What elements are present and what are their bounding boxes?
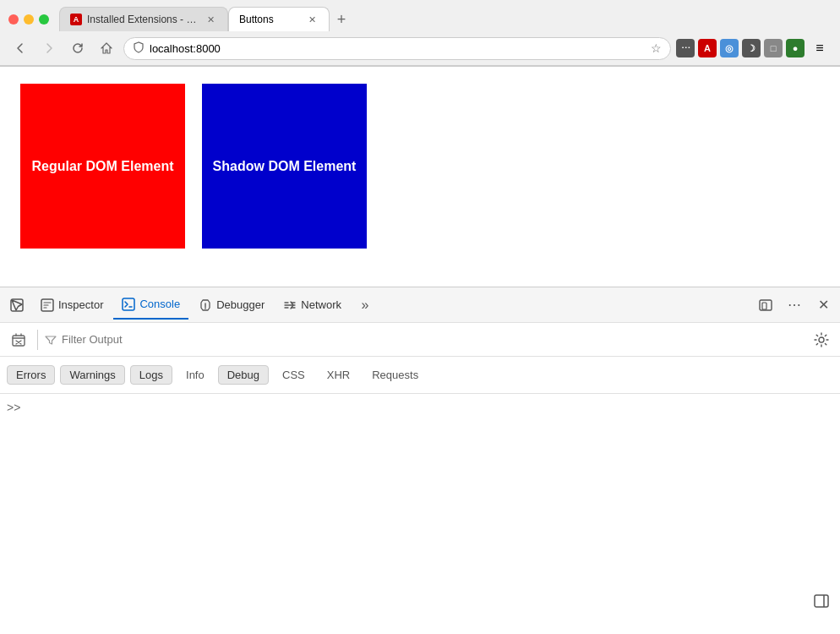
filter-chip-warnings[interactable]: Warnings — [60, 365, 124, 385]
tab-title-1: Installed Extensions - Data Colle — [87, 14, 199, 25]
window-controls — [8, 14, 49, 25]
console-tab-label: Console — [139, 298, 180, 310]
filter-chip-xhr[interactable]: XHR — [319, 366, 358, 384]
console-settings-button[interactable] — [810, 328, 833, 352]
svg-rect-4 — [762, 303, 766, 309]
reload-button[interactable] — [66, 36, 90, 60]
sidebar-toggle-button[interactable] — [810, 589, 833, 613]
svg-rect-3 — [760, 300, 772, 310]
console-tab[interactable]: Console — [113, 291, 188, 320]
filter-chip-errors[interactable]: Errors — [7, 365, 55, 385]
nav-right-icons: ⋯ A ◎ ☽ □ ● ≡ — [676, 36, 832, 60]
svg-rect-5 — [13, 336, 25, 346]
devtools-panel: Inspector Console Debugger Network — [0, 287, 840, 616]
regular-dom-box: Regular DOM Element — [20, 84, 185, 249]
nav-bar: ☆ ⋯ A ◎ ☽ □ ● ≡ — [0, 31, 840, 66]
back-button[interactable] — [8, 36, 32, 60]
network-tab[interactable]: Network — [275, 292, 350, 319]
filter-chip-css[interactable]: CSS — [274, 366, 314, 384]
home-button[interactable] — [95, 36, 118, 60]
close-window-button[interactable] — [8, 14, 19, 25]
extension-icon-adobe[interactable]: A — [698, 39, 717, 57]
new-tab-button[interactable]: + — [330, 8, 353, 31]
minimize-window-button[interactable] — [24, 14, 34, 25]
filter-clear-button[interactable] — [7, 328, 30, 352]
devtools-close-button[interactable]: ✕ — [810, 292, 837, 319]
address-input[interactable] — [150, 42, 646, 55]
console-prompt[interactable]: >> — [7, 401, 20, 414]
regular-dom-label: Regular DOM Element — [31, 159, 173, 174]
forward-button[interactable] — [37, 36, 61, 60]
address-bar-container: ☆ — [123, 37, 671, 60]
extension-icon-6[interactable]: ● — [786, 39, 805, 57]
extension-icon-5[interactable]: □ — [764, 39, 783, 57]
network-tab-label: Network — [301, 298, 341, 311]
bookmark-icon[interactable]: ☆ — [651, 41, 662, 55]
tab-buttons[interactable]: Buttons ✕ — [228, 7, 330, 31]
more-options-button[interactable]: ≡ — [808, 36, 832, 60]
inspector-tab[interactable]: Inspector — [32, 292, 112, 319]
tab-installed-extensions[interactable]: A Installed Extensions - Data Colle ✕ — [59, 7, 228, 31]
devtools-bottom-bar — [0, 586, 840, 616]
extension-icon-4[interactable]: ☽ — [742, 39, 761, 57]
shield-icon — [133, 41, 145, 56]
more-tools-button[interactable]: » — [352, 292, 379, 319]
extension-icon-1[interactable]: ⋯ — [676, 39, 695, 57]
responsive-design-button[interactable] — [752, 292, 779, 319]
element-picker-button[interactable] — [3, 292, 30, 319]
filter-chip-info[interactable]: Info — [177, 366, 213, 384]
tabs-bar: A Installed Extensions - Data Colle ✕ Bu… — [59, 7, 832, 31]
debugger-tab-label: Debugger — [216, 298, 265, 311]
filter-icon — [45, 334, 57, 346]
filter-chip-logs[interactable]: Logs — [130, 365, 172, 385]
svg-rect-7 — [815, 595, 828, 607]
inspector-tab-label: Inspector — [58, 298, 103, 311]
filter-output-input[interactable] — [62, 333, 803, 346]
svg-rect-2 — [123, 298, 134, 310]
browser-chrome: A Installed Extensions - Data Colle ✕ Bu… — [0, 0, 840, 67]
page-content: Regular DOM Element Shadow DOM Element — [0, 67, 840, 287]
shadow-dom-label: Shadow DOM Element — [213, 159, 357, 174]
tab-favicon-1: A — [70, 14, 82, 25]
filter-chip-requests[interactable]: Requests — [363, 366, 427, 384]
filter-divider — [37, 330, 38, 350]
svg-point-6 — [819, 337, 824, 342]
tab-close-2[interactable]: ✕ — [305, 13, 319, 26]
devtools-filter-bar — [0, 323, 840, 357]
tab-title-2: Buttons — [239, 14, 300, 25]
devtools-toolbar: Inspector Console Debugger Network — [0, 287, 840, 323]
tab-close-1[interactable]: ✕ — [204, 13, 217, 26]
filter-input-wrapper — [45, 333, 803, 346]
maximize-window-button[interactable] — [39, 14, 49, 25]
devtools-filter-chips: Errors Warnings Logs Info Debug CSS XHR … — [0, 357, 840, 394]
console-output-area: >> — [0, 394, 840, 586]
debugger-tab[interactable]: Debugger — [190, 292, 273, 319]
devtools-more-options[interactable]: ⋯ — [781, 292, 808, 319]
title-bar: A Installed Extensions - Data Colle ✕ Bu… — [0, 0, 840, 31]
shadow-dom-box: Shadow DOM Element — [202, 84, 367, 249]
extension-icon-3[interactable]: ◎ — [720, 39, 739, 57]
filter-chip-debug[interactable]: Debug — [218, 365, 269, 385]
